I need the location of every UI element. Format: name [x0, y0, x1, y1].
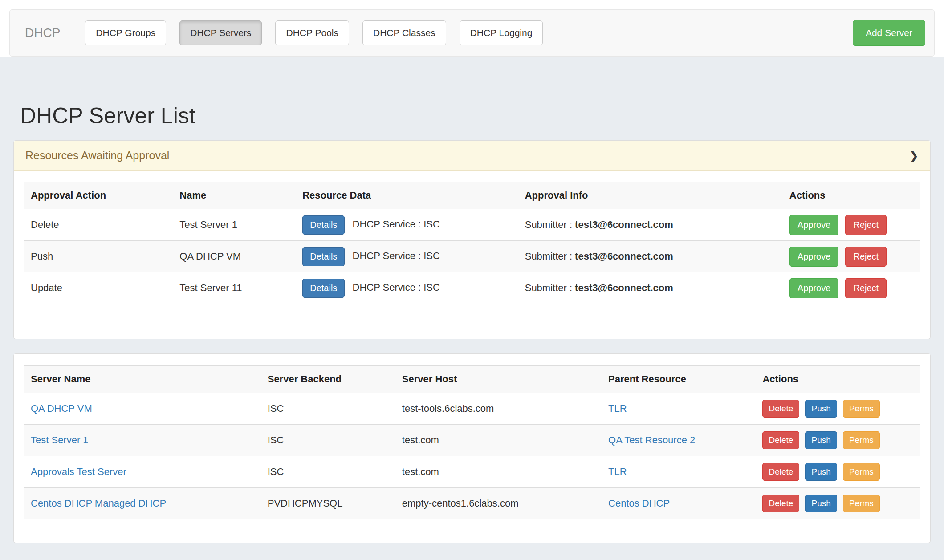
server-list-panel-body: Server Name Server Backend Server Host P… [14, 354, 930, 543]
server-host-cell: test.com [396, 425, 602, 456]
parent-resource-cell: TLR [602, 393, 756, 425]
server-actions-cell: Delete Push Perms [756, 425, 920, 456]
approval-row: Delete Test Server 1 Details DHCP Servic… [24, 209, 920, 241]
reject-button[interactable]: Reject [845, 278, 887, 298]
server-name-link[interactable]: Centos DHCP Managed DHCP [31, 498, 166, 509]
delete-button[interactable]: Delete [762, 431, 799, 449]
approval-name-cell: QA DHCP VM [173, 241, 296, 272]
server-table-header-row: Server Name Server Backend Server Host P… [24, 366, 920, 393]
server-backend-cell: ISC [261, 456, 396, 488]
push-button[interactable]: Push [805, 400, 837, 418]
approval-info-cell: Submitter :test3@6connect.com [519, 241, 783, 272]
approval-info-cell: Submitter :test3@6connect.com [519, 272, 783, 304]
approval-actions-cell: Approve Reject [783, 241, 920, 272]
approval-info-cell: Submitter :test3@6connect.com [519, 209, 783, 241]
parent-resource-cell: Centos DHCP [602, 488, 756, 519]
parent-resource-link[interactable]: TLR [608, 466, 627, 477]
approve-button[interactable]: Approve [789, 278, 839, 298]
server-name-cell: QA DHCP VM [24, 393, 261, 425]
details-button[interactable]: Details [302, 279, 345, 298]
approve-button[interactable]: Approve [789, 215, 839, 235]
parent-resource-link[interactable]: Centos DHCP [608, 498, 670, 509]
page-content: DHCP Server List Resources Awaiting Appr… [0, 57, 944, 560]
approval-panel-title: Resources Awaiting Approval [25, 149, 169, 162]
column-header-approval-action: Approval Action [24, 182, 173, 209]
perms-button[interactable]: Perms [843, 463, 880, 481]
parent-resource-link[interactable]: TLR [608, 403, 627, 414]
approve-button[interactable]: Approve [789, 247, 839, 267]
server-row: Centos DHCP Managed DHCP PVDHCPMYSQL emp… [24, 488, 920, 519]
column-header-name: Name [173, 182, 296, 209]
submitter-label: Submitter : [525, 282, 572, 293]
reject-button[interactable]: Reject [845, 247, 887, 267]
server-table: Server Name Server Backend Server Host P… [24, 365, 920, 519]
server-backend-cell: PVDHCPMYSQL [261, 488, 396, 519]
server-name-link[interactable]: Test Server 1 [31, 434, 89, 446]
column-header-server-backend: Server Backend [261, 366, 396, 393]
nav-item-dhcp-logging[interactable]: DHCP Logging [460, 20, 543, 45]
reject-button[interactable]: Reject [845, 215, 887, 235]
approval-actions-cell: Approve Reject [783, 272, 920, 304]
resource-data-cell: Details DHCP Service : ISC [296, 272, 518, 304]
submitter-label: Submitter : [525, 219, 572, 230]
approval-action-cell: Push [24, 241, 173, 272]
submitter-email: test3@6connect.com [575, 251, 673, 262]
parent-resource-cell: TLR [602, 456, 756, 488]
column-header-server-name: Server Name [24, 366, 261, 393]
approval-actions-cell: Approve Reject [783, 209, 920, 241]
approval-action-cell: Update [24, 272, 173, 304]
add-server-button[interactable]: Add Server [853, 20, 925, 46]
server-actions-cell: Delete Push Perms [756, 393, 920, 425]
delete-button[interactable]: Delete [762, 400, 799, 418]
parent-resource-link[interactable]: QA Test Resource 2 [608, 434, 695, 446]
chevron-right-icon[interactable]: ❯ [909, 150, 919, 162]
column-header-resource-data: Resource Data [296, 182, 518, 209]
approval-name-cell: Test Server 1 [173, 209, 296, 241]
server-row: Approvals Test Server ISC test.com TLR D… [24, 456, 920, 488]
server-name-link[interactable]: Approvals Test Server [31, 466, 126, 477]
column-header-actions: Actions [756, 366, 920, 393]
navbar: DHCP DHCP Groups DHCP Servers DHCP Pools… [9, 9, 935, 57]
delete-button[interactable]: Delete [762, 495, 799, 512]
server-list-panel: Server Name Server Backend Server Host P… [13, 353, 931, 543]
approval-table-header-row: Approval Action Name Resource Data Appro… [24, 182, 920, 209]
resource-data-text: DHCP Service : ISC [353, 250, 440, 261]
column-header-approval-info: Approval Info [519, 182, 783, 209]
approval-row: Update Test Server 11 Details DHCP Servi… [24, 272, 920, 304]
server-row: QA DHCP VM ISC test-tools.6clabs.com TLR… [24, 393, 920, 425]
server-host-cell: empty-centos1.6clabs.com [396, 488, 602, 519]
push-button[interactable]: Push [805, 495, 837, 512]
approval-action-cell: Delete [24, 209, 173, 241]
approval-panel-header: Resources Awaiting Approval ❯ [14, 141, 930, 171]
parent-resource-cell: QA Test Resource 2 [602, 425, 756, 456]
nav-item-dhcp-servers[interactable]: DHCP Servers [179, 20, 262, 45]
nav-item-dhcp-groups[interactable]: DHCP Groups [85, 20, 166, 45]
resource-data-cell: Details DHCP Service : ISC [296, 241, 518, 272]
server-name-link[interactable]: QA DHCP VM [31, 403, 92, 414]
server-host-cell: test-tools.6clabs.com [396, 393, 602, 425]
navbar-brand: DHCP [25, 26, 60, 40]
resource-data-text: DHCP Service : ISC [353, 282, 440, 293]
approval-panel: Resources Awaiting Approval ❯ Approval A… [13, 140, 931, 339]
approval-table: Approval Action Name Resource Data Appro… [24, 182, 920, 304]
details-button[interactable]: Details [302, 215, 345, 235]
server-name-cell: Test Server 1 [24, 425, 261, 456]
delete-button[interactable]: Delete [762, 463, 799, 481]
push-button[interactable]: Push [805, 463, 837, 481]
perms-button[interactable]: Perms [843, 431, 880, 449]
push-button[interactable]: Push [805, 431, 837, 449]
approval-name-cell: Test Server 11 [173, 272, 296, 304]
server-actions-cell: Delete Push Perms [756, 488, 920, 519]
resource-data-cell: Details DHCP Service : ISC [296, 209, 518, 241]
column-header-actions: Actions [783, 182, 920, 209]
server-host-cell: test.com [396, 456, 602, 488]
nav-item-dhcp-classes[interactable]: DHCP Classes [362, 20, 446, 45]
perms-button[interactable]: Perms [843, 495, 880, 512]
submitter-label: Submitter : [525, 251, 572, 262]
details-button[interactable]: Details [302, 247, 345, 266]
resource-data-text: DHCP Service : ISC [353, 219, 440, 230]
nav-item-dhcp-pools[interactable]: DHCP Pools [275, 20, 349, 45]
column-header-parent-resource: Parent Resource [602, 366, 756, 393]
column-header-server-host: Server Host [396, 366, 602, 393]
perms-button[interactable]: Perms [843, 400, 880, 418]
